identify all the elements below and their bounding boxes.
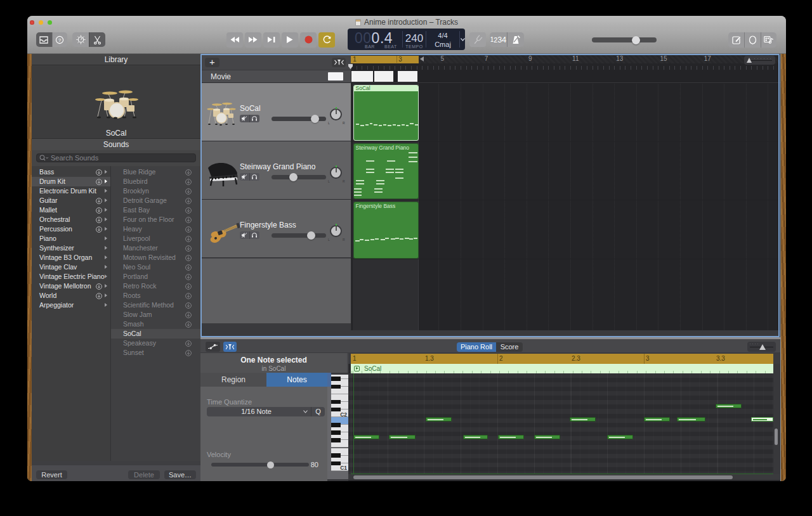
svg-text:?: ? [58,37,62,43]
